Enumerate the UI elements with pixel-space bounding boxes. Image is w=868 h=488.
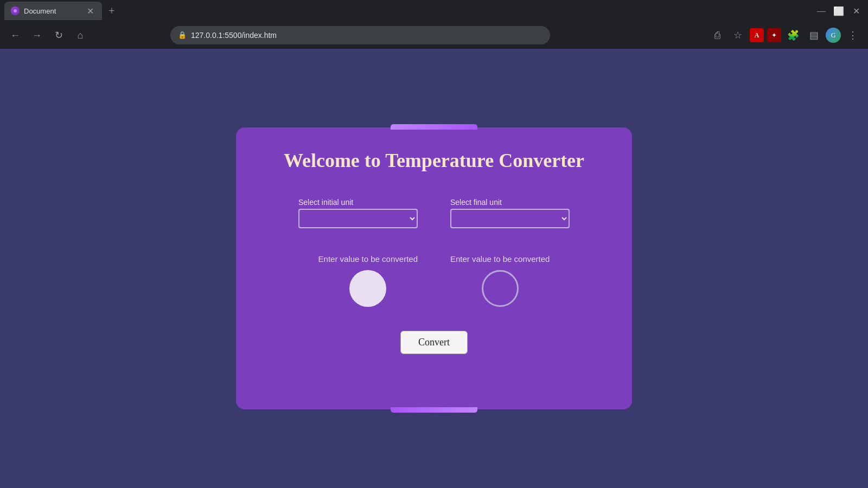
browser-chrome: Document ✕ + — ⬜ ✕ ← → ↻ ⌂ 🔒 127.0.0.1:5… — [0, 0, 868, 49]
page-content: Welcome to Temperature Converter Select … — [0, 49, 868, 488]
sidebar-icon[interactable]: ▤ — [805, 27, 822, 44]
final-unit-label: Select final unit — [450, 198, 502, 207]
initial-unit-group: Select initial unit Celsius Fahrenheit K… — [298, 198, 418, 228]
input-right-label: Enter value to be converted — [450, 254, 550, 264]
dropdowns-row: Select initial unit Celsius Fahrenheit K… — [269, 198, 599, 228]
input-right-group: Enter value to be converted — [450, 254, 550, 307]
puzzle-extension-icon[interactable]: 🧩 — [784, 27, 802, 44]
toolbar-right: ⎙ ☆ A ✦ 🧩 ▤ G ⋮ — [709, 27, 861, 44]
home-button[interactable]: ⌂ — [72, 27, 89, 44]
page-title: Welcome to Temperature Converter — [284, 149, 584, 172]
address-bar-row: ← → ↻ ⌂ 🔒 127.0.0.1:5500/index.htm ⎙ ☆ A… — [0, 22, 868, 49]
final-unit-group: Select final unit Celsius Fahrenheit Kel… — [450, 198, 570, 228]
back-button[interactable]: ← — [7, 27, 24, 44]
lock-icon: 🔒 — [178, 31, 187, 40]
bookmark-icon[interactable]: ☆ — [729, 27, 746, 44]
menu-icon[interactable]: ⋮ — [844, 27, 861, 44]
close-window-button[interactable]: ✕ — [848, 3, 864, 18]
input-left-label: Enter value to be converted — [318, 254, 418, 264]
input-right-field[interactable] — [482, 270, 519, 307]
profile-avatar[interactable]: G — [826, 28, 841, 43]
acrobat-extension-icon[interactable]: A — [750, 28, 764, 42]
tab-bar: Document ✕ + — ⬜ ✕ — [0, 0, 868, 22]
input-left-field[interactable] — [349, 270, 386, 307]
reload-button[interactable]: ↻ — [50, 27, 67, 44]
converter-card: Welcome to Temperature Converter Select … — [236, 127, 632, 409]
new-tab-button[interactable]: + — [104, 3, 119, 18]
initial-unit-select[interactable]: Celsius Fahrenheit Kelvin — [298, 209, 418, 228]
forward-button[interactable]: → — [28, 27, 46, 44]
tab-close-button[interactable]: ✕ — [85, 5, 95, 16]
extension-icon-2[interactable]: ✦ — [767, 28, 781, 42]
convert-button[interactable]: Convert — [400, 331, 468, 354]
initial-unit-label: Select initial unit — [298, 198, 353, 207]
inputs-row: Enter value to be converted Enter value … — [269, 254, 599, 307]
url-text: 127.0.0.1:5500/index.htm — [191, 31, 277, 40]
share-icon[interactable]: ⎙ — [709, 27, 726, 44]
address-bar[interactable]: 🔒 127.0.0.1:5500/index.htm — [170, 26, 550, 44]
svg-point-1 — [14, 9, 17, 12]
tab-title: Document — [24, 7, 80, 15]
maximize-button[interactable]: ⬜ — [831, 3, 846, 18]
tab-right-controls: — ⬜ ✕ — [814, 3, 864, 18]
final-unit-select[interactable]: Celsius Fahrenheit Kelvin — [450, 209, 570, 228]
input-left-group: Enter value to be converted — [318, 254, 418, 307]
minimize-button[interactable]: — — [814, 3, 829, 18]
active-tab[interactable]: Document ✕ — [4, 2, 102, 20]
tab-favicon — [11, 7, 20, 15]
